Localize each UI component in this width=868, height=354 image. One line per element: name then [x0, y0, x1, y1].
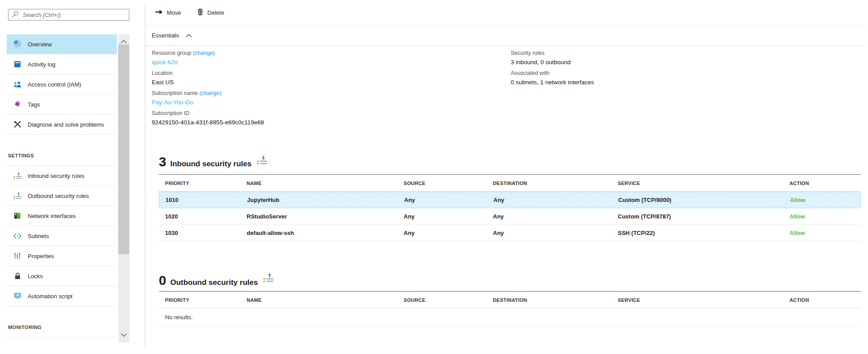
outbound-rules-icon	[13, 192, 22, 200]
sidebar-item-label: Locks	[28, 273, 43, 280]
network-card-icon	[13, 212, 22, 219]
inbound-title: Inbound security rules	[170, 160, 252, 169]
essentials-pair: Subscription name (change) Pay-As-You-Go	[152, 89, 511, 107]
inbound-section-heading: 3 Inbound security rules	[159, 152, 861, 175]
column-header-action: ACTION	[789, 181, 861, 186]
sidebar: Overview Activity log Access control (IA…	[0, 0, 145, 354]
outbound-rules-icon	[262, 273, 274, 284]
delete-button[interactable]: Delete	[197, 8, 224, 17]
sliders-icon	[13, 252, 22, 259]
column-header-service: SERVICE	[618, 181, 789, 186]
essentials-left-column: Resource group (change) quick-h2o Locati…	[152, 49, 511, 129]
cell-source: Any	[404, 213, 493, 220]
sidebar-scrollbar[interactable]	[118, 34, 129, 342]
sidebar-item-label: Automation script	[28, 293, 72, 300]
subscription-id-value: 92429150-401a-431f-8955-e69c0c119e68	[152, 118, 511, 128]
column-header-destination: DESTINATION	[493, 181, 618, 186]
table-row[interactable]: 1010 JupyterHub Any Any Custom (TCP/8000…	[159, 192, 861, 208]
associated-with-label: Associated with	[511, 69, 861, 78]
trash-icon	[197, 8, 203, 17]
scrollbar-thumb[interactable]	[118, 45, 129, 254]
cell-service: Custom (TCP/8000)	[618, 197, 790, 203]
shield-icon	[13, 40, 22, 48]
cell-destination: Any	[493, 230, 618, 236]
cell-source: Any	[404, 230, 493, 236]
cell-action: Allow	[790, 197, 861, 203]
table-row[interactable]: 1020 RStudioServer Any Any Custom (TCP/8…	[159, 208, 861, 225]
essentials-toggle[interactable]: Essentials	[145, 25, 865, 46]
column-header-name: NAME	[247, 181, 404, 186]
inbound-count: 3	[159, 152, 166, 172]
sidebar-item-subnets[interactable]: Subnets	[7, 226, 117, 246]
associated-with-value: 0 subnets, 1 network interfaces	[511, 78, 861, 87]
cell-destination: Any	[493, 213, 618, 220]
sidebar-item-properties[interactable]: Properties	[7, 246, 117, 266]
essentials-title: Essentials	[152, 32, 179, 39]
scroll-down-icon[interactable]	[120, 331, 127, 339]
column-header-name: NAME	[247, 297, 404, 303]
tools-icon	[13, 121, 22, 128]
cell-action: Allow	[789, 213, 861, 220]
cell-action: Allow	[789, 230, 861, 236]
sidebar-item-overview[interactable]: Overview	[7, 34, 117, 54]
outbound-title: Outbound security rules	[170, 278, 258, 287]
sidebar-item-network-interfaces[interactable]: Network interfaces	[7, 206, 117, 226]
subscription-id-label: Subscription ID	[152, 109, 511, 118]
sidebar-item-access-control[interactable]: Access control (IAM)	[7, 74, 117, 95]
sidebar-item-label: Tags	[28, 101, 40, 108]
sidebar-item-outbound-rules[interactable]: Outbound security rules	[7, 186, 117, 206]
sidebar-item-inbound-rules[interactable]: Inbound security rules	[7, 166, 117, 186]
sidebar-item-tags[interactable]: Tags	[7, 95, 117, 115]
essentials-pair: Subscription ID 92429150-401a-431f-8955-…	[152, 109, 511, 128]
chevron-up-icon[interactable]	[186, 32, 192, 39]
sidebar-item-label: Properties	[28, 253, 54, 259]
security-rules-value: 3 inbound, 0 outbound	[511, 58, 861, 67]
sidebar-item-diagnose[interactable]: Diagnose and solve problems	[7, 115, 117, 135]
delete-label: Delete	[207, 9, 224, 16]
sidebar-item-automation-script[interactable]: Automation script	[7, 286, 117, 306]
outbound-section-heading: 0 Outbound security rules	[159, 271, 861, 292]
resource-group-change-link[interactable]: (change)	[193, 50, 215, 56]
cell-service: SSH (TCP/22)	[618, 230, 789, 236]
subscription-name-link[interactable]: Pay-As-You-Go	[152, 98, 511, 107]
essentials-pair: Location East US	[152, 69, 511, 87]
lock-icon	[13, 272, 22, 280]
cell-name: JupyterHub	[247, 197, 404, 203]
security-rules-label: Security rules	[511, 49, 861, 58]
cell-priority: 1030	[159, 230, 247, 236]
sidebar-item-label: Access control (IAM)	[28, 81, 81, 88]
command-bar: Move Delete	[145, 0, 865, 25]
tag-icon	[13, 101, 22, 108]
move-button[interactable]: Move	[155, 9, 181, 16]
essentials-pair: Resource group (change) quick-h2o	[152, 49, 511, 67]
cell-priority: 1020	[159, 213, 247, 220]
resource-group-label: Resource group (change)	[152, 49, 511, 58]
sidebar-item-label: Inbound security rules	[28, 173, 84, 179]
move-label: Move	[167, 9, 181, 16]
cell-name: default-allow-ssh	[247, 230, 404, 236]
resource-group-link[interactable]: quick-h2o	[152, 58, 511, 67]
column-header-service: SERVICE	[618, 297, 789, 303]
essentials-pair: Associated with 0 subnets, 1 network int…	[511, 69, 861, 87]
outbound-rules-section: 0 Outbound security rules PRIORITY NAME …	[159, 271, 861, 326]
sidebar-item-locks[interactable]: Locks	[7, 266, 117, 286]
subscription-change-link[interactable]: (change)	[199, 90, 221, 96]
column-header-source: SOURCE	[404, 297, 493, 303]
search-input[interactable]	[23, 12, 125, 18]
people-icon	[13, 81, 22, 88]
outbound-count: 0	[159, 271, 166, 290]
sidebar-item-label: Subnets	[28, 233, 49, 239]
log-book-icon	[13, 61, 22, 68]
section-header-label: MONITORING	[8, 325, 41, 330]
section-header-label: SETTINGS	[8, 153, 34, 158]
sidebar-search[interactable]	[8, 9, 129, 21]
subscription-name-label: Subscription name (change)	[152, 89, 511, 98]
no-results-message: No results.	[159, 309, 861, 326]
table-row[interactable]: 1030 default-allow-ssh Any Any SSH (TCP/…	[159, 225, 861, 241]
sidebar-item-activity-log[interactable]: Activity log	[7, 54, 117, 74]
sidebar-divider	[145, 4, 145, 348]
sidebar-section-monitoring: MONITORING	[7, 306, 117, 338]
sidebar-item-label: Activity log	[28, 61, 55, 68]
inbound-rules-section: 3 Inbound security rules PRIORITY NAME S…	[159, 152, 861, 241]
sidebar-nav: Overview Activity log Access control (IA…	[7, 34, 117, 338]
